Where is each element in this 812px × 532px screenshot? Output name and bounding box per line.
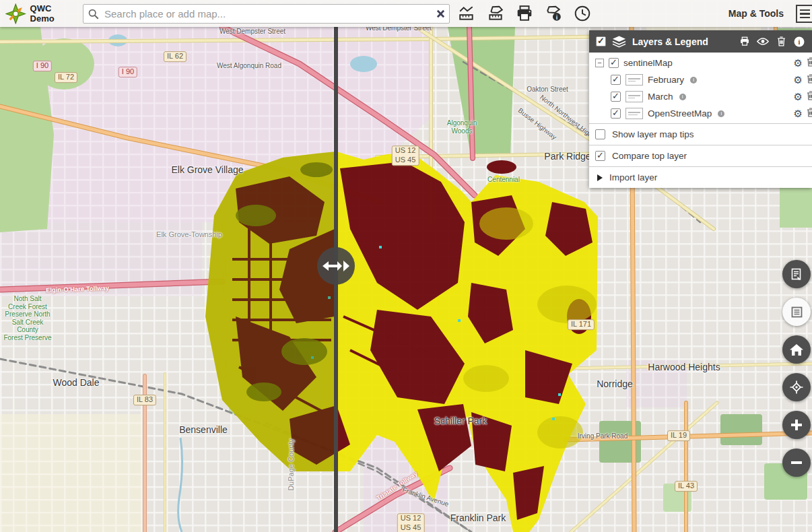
print-icon[interactable]: [514, 3, 535, 24]
layer-trash-icon[interactable]: [807, 57, 812, 69]
layer-checkbox[interactable]: [611, 75, 621, 85]
layer-info-icon[interactable]: i: [679, 94, 686, 100]
form-edit-icon: [790, 267, 803, 281]
expand-arrow-icon[interactable]: [597, 174, 603, 181]
layer-info-icon[interactable]: i: [718, 110, 724, 117]
layer-settings-gear-icon[interactable]: ⚙: [794, 92, 803, 102]
home-icon: [790, 343, 803, 356]
info-icon[interactable]: i: [793, 36, 805, 48]
measure-line-icon[interactable]: [456, 3, 477, 24]
collapse-expander[interactable]: −: [595, 59, 604, 67]
layer-label: OpenStreetMap: [648, 108, 712, 119]
layer-row-sentinelmap[interactable]: − sentinelMap ⚙: [589, 55, 812, 71]
clear-search-icon[interactable]: [436, 9, 445, 18]
compare-slider-handle[interactable]: [317, 247, 355, 285]
home-button[interactable]: [782, 335, 811, 364]
plus-icon: [790, 419, 803, 431]
import-layer-row[interactable]: Import layer: [589, 166, 812, 188]
list-icon: [790, 306, 803, 319]
layer-row-march[interactable]: March i ⚙: [589, 88, 812, 105]
search-box[interactable]: [83, 4, 450, 24]
layer-tree: − sentinelMap ⚙ February i ⚙ March i ⚙: [589, 53, 812, 123]
measure-area-icon[interactable]: [485, 3, 506, 24]
crosshair-icon: [790, 380, 803, 394]
layer-settings-gear-icon[interactable]: ⚙: [794, 108, 803, 119]
option-label: Show layer map tips: [612, 129, 694, 139]
layers-panel: Layers & Legend i: [589, 30, 812, 188]
report-tool-button[interactable]: [782, 260, 811, 288]
minus-icon: [790, 457, 803, 469]
import-layer-label: Import layer: [609, 172, 657, 182]
layer-settings-gear-icon[interactable]: ⚙: [794, 58, 803, 68]
layer-row-openstreetmap[interactable]: OpenStreetMap i ⚙: [589, 105, 812, 122]
task-list-button[interactable]: [782, 298, 811, 326]
layer-label: February: [648, 75, 684, 85]
layer-trash-icon[interactable]: [807, 74, 812, 86]
svg-text:i: i: [799, 38, 801, 46]
option-compare-top-layer[interactable]: Compare top layer: [589, 145, 812, 166]
compare-checkbox[interactable]: [595, 151, 605, 161]
layers-panel-header: Layers & Legend i: [589, 30, 812, 53]
legend-thumbnail: [625, 91, 643, 102]
option-label: Compare top layer: [612, 151, 687, 161]
svg-text:i: i: [556, 14, 557, 21]
layer-trash-icon[interactable]: [807, 108, 812, 119]
toolbar: i: [456, 0, 593, 27]
layer-label: sentinelMap: [623, 58, 673, 68]
left-right-arrow-icon: [323, 259, 349, 273]
layers-stack-icon: [612, 36, 626, 48]
option-show-map-tips[interactable]: Show layer map tips: [589, 123, 812, 145]
panel-title: Layers & Legend: [632, 36, 708, 47]
layer-label: March: [648, 92, 673, 102]
layer-settings-gear-icon[interactable]: ⚙: [794, 75, 803, 85]
app-logo: QWC Demo: [0, 3, 77, 24]
zoom-in-button[interactable]: [782, 411, 811, 439]
layer-info-icon[interactable]: i: [690, 77, 697, 84]
layer-checkbox[interactable]: [611, 108, 621, 119]
layer-row-february[interactable]: February i ⚙: [589, 71, 812, 88]
search-input[interactable]: [103, 7, 432, 20]
legend-thumbnail: [625, 74, 643, 86]
menu-label: Map & Tools: [729, 0, 784, 27]
map-tips-checkbox[interactable]: [595, 129, 605, 139]
top-bar: QWC Demo: [0, 0, 812, 27]
layer-trash-icon[interactable]: [807, 91, 812, 102]
panel-master-checkbox[interactable]: [596, 36, 606, 46]
locate-button[interactable]: [782, 373, 811, 401]
hamburger-menu-button[interactable]: [796, 5, 812, 23]
zoom-out-button[interactable]: [782, 448, 811, 477]
visibility-eye-icon[interactable]: [757, 36, 769, 48]
time-icon[interactable]: [572, 3, 593, 24]
print-legend-icon[interactable]: [739, 36, 751, 48]
logo-text: QWC Demo: [30, 3, 77, 24]
identify-icon[interactable]: i: [543, 3, 564, 24]
qwc-compass-icon: [5, 3, 26, 24]
search-icon: [88, 8, 99, 20]
legend-thumbnail: [625, 108, 643, 119]
layer-checkbox[interactable]: [611, 92, 621, 102]
layer-checkbox[interactable]: [609, 58, 619, 68]
trash-icon[interactable]: [775, 36, 787, 48]
